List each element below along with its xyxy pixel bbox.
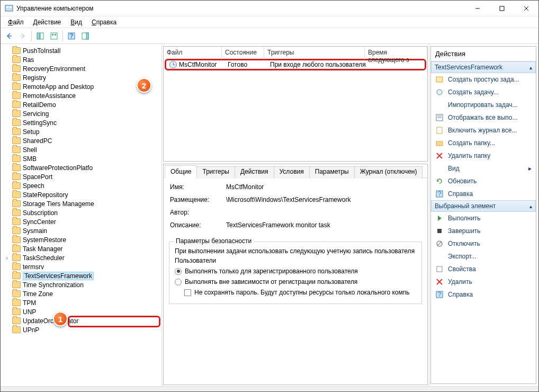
tab-triggers[interactable]: Триггеры [196, 166, 235, 179]
action-import[interactable]: Импортировать задач... [431, 99, 536, 111]
tree-label: Subscription [23, 209, 58, 217]
tree-item[interactable]: Time Synchronization [1, 280, 161, 289]
col-next[interactable]: Время следующего з [365, 47, 427, 59]
action-help[interactable]: ?Справка [431, 188, 536, 200]
tree-item[interactable]: Subscription [1, 208, 161, 217]
tree-item[interactable]: SpacePort [1, 172, 161, 181]
tree-item[interactable]: SettingSync [1, 118, 161, 127]
tree-item[interactable]: ›TaskScheduler [1, 253, 161, 262]
folder-icon [12, 308, 21, 315]
tree-item[interactable]: RetailDemo [1, 100, 161, 109]
tree-item[interactable]: Servicing [1, 109, 161, 118]
col-file[interactable]: Файл [164, 47, 222, 59]
action-pane-button[interactable] [79, 30, 92, 42]
tree-item[interactable]: Task Manager [1, 244, 161, 253]
folder-icon [12, 182, 21, 189]
security-line: При выполнении задачи использовать следу… [175, 247, 416, 255]
actions-group-selected[interactable]: Выбранный элемент▴ [431, 200, 536, 212]
action-view[interactable]: Вид▸ [431, 162, 536, 175]
radio-logged-user[interactable] [175, 268, 182, 275]
close-button[interactable] [514, 1, 538, 16]
action-create-basic[interactable]: Создать простую зада... [431, 73, 536, 86]
tree-item[interactable]: Ras [1, 55, 161, 64]
tree-label: Speech [23, 182, 44, 190]
tree-item[interactable]: SystemRestore [1, 235, 161, 244]
center-pane: Файл Состояние Триггеры Время следующего… [162, 44, 429, 386]
folder-icon [12, 155, 21, 162]
refresh-icon [435, 177, 444, 185]
value-name: MsCtfMonitor [226, 183, 421, 191]
tree-item[interactable]: termsrv [1, 262, 161, 271]
action-run[interactable]: Выполнить [431, 212, 536, 225]
tree-item[interactable]: Sysmain [1, 226, 161, 235]
tree-label: Shell [23, 146, 37, 154]
tree-item[interactable]: PushToInstall [1, 46, 161, 55]
tab-log[interactable]: Журнал (отключен) [354, 166, 423, 179]
tree-item[interactable]: UpdateOrchestrator [1, 316, 161, 325]
minimize-button[interactable] [465, 1, 490, 16]
folder-icon [12, 236, 21, 243]
security-group: Параметры безопасности При выполнении за… [169, 242, 422, 304]
action-new-folder[interactable]: Создать папку... [431, 137, 536, 149]
nav-back-button[interactable] [3, 30, 15, 42]
checkbox-nosave-pwd[interactable] [184, 289, 191, 296]
tree-item[interactable]: StateRepository [1, 190, 161, 199]
tree-item[interactable]: SMB [1, 154, 161, 163]
help-button[interactable]: ? [65, 30, 78, 42]
task-list: Файл Состояние Триггеры Время следующего… [163, 46, 428, 162]
tree-label: StateRepository [23, 191, 68, 199]
action-show-all[interactable]: Отображать все выпо... [431, 111, 536, 124]
tree-item[interactable]: Speech [1, 181, 161, 190]
tree-item[interactable]: TPM [1, 298, 161, 307]
action-end[interactable]: Завершить [431, 225, 536, 237]
folder-icon [12, 326, 21, 333]
col-triggers[interactable]: Триггеры [264, 47, 365, 59]
tree-item[interactable]: UPnP [1, 325, 161, 334]
security-users: Пользователи [175, 257, 416, 264]
tree-item[interactable]: SharedPC [1, 136, 161, 145]
tree-item[interactable]: Time Zone [1, 289, 161, 298]
svg-rect-17 [86, 33, 88, 39]
tab-actions[interactable]: Действия [235, 166, 274, 179]
nav-forward-button[interactable] [16, 30, 29, 42]
tree-item[interactable]: UNP [1, 307, 161, 316]
actions-pane: Действия TextServicesFramework▴ Создать … [430, 46, 536, 384]
maximize-button[interactable] [490, 1, 514, 16]
menu-file[interactable]: Файл [4, 17, 28, 27]
action-refresh[interactable]: Обновить [431, 175, 536, 188]
tree-item[interactable]: SoftwareProtectionPlatfo [1, 163, 161, 172]
folder-icon [12, 146, 21, 153]
svg-rect-4 [500, 6, 504, 11]
tree-item[interactable]: Storage Tiers Manageme [1, 199, 161, 208]
tree-item[interactable]: Setup [1, 127, 161, 136]
col-state[interactable]: Состояние [222, 47, 264, 59]
tree-pane[interactable]: PushToInstallRasRecoveryEnvironmentRegis… [1, 44, 162, 386]
tree-label: Ras [23, 56, 34, 64]
refresh-button[interactable] [48, 30, 60, 42]
menu-help[interactable]: Справка [87, 17, 121, 27]
tree-item[interactable]: SyncCenter [1, 217, 161, 226]
folder-icon [12, 254, 21, 261]
tab-general[interactable]: Общие [165, 165, 197, 178]
action-del-folder[interactable]: Удалить папку [431, 149, 536, 162]
tree-item[interactable]: TextServicesFramework [1, 271, 161, 280]
show-hide-tree-button[interactable] [34, 30, 47, 42]
action-export[interactable]: Экспорт... [431, 250, 536, 263]
folder-icon [12, 110, 21, 117]
tree-item[interactable]: Shell [1, 145, 161, 154]
actions-group-folder[interactable]: TextServicesFramework▴ [431, 61, 536, 73]
action-help2[interactable]: ?Справка [431, 288, 536, 301]
menu-view[interactable]: Вид [66, 17, 86, 27]
action-create[interactable]: Создать задачу... [431, 86, 536, 99]
tab-conditions[interactable]: Условия [274, 166, 310, 179]
tab-params[interactable]: Параметры [309, 166, 355, 179]
menu-action[interactable]: Действие [29, 17, 66, 27]
tree-item[interactable]: RemoteAssistance [1, 91, 161, 100]
tree-item[interactable]: RecoveryEnvironment [1, 64, 161, 73]
action-enable-log[interactable]: Включить журнал все... [431, 124, 536, 137]
svg-rect-9 [37, 33, 40, 39]
action-props[interactable]: Свойства [431, 263, 536, 275]
action-disable[interactable]: Отключить [431, 237, 536, 250]
radio-any-user[interactable] [175, 279, 182, 286]
action-delete[interactable]: Удалить [431, 275, 536, 288]
